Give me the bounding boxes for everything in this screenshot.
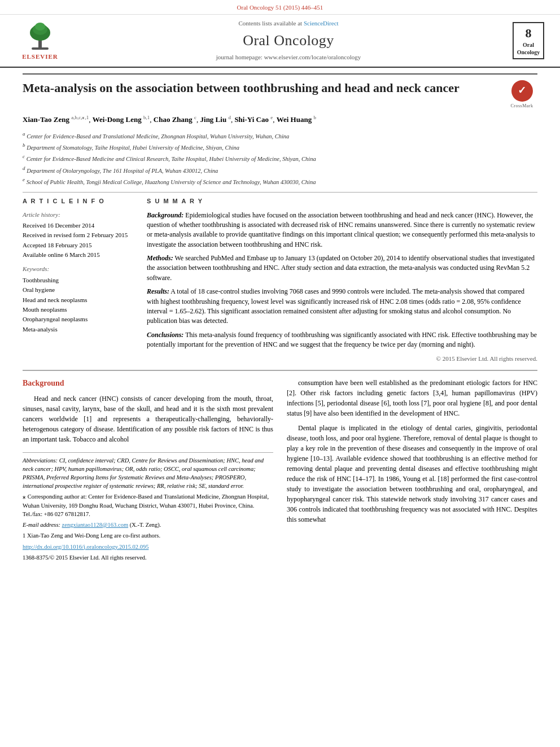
author-zeng: Xian-Tao Zeng bbox=[23, 115, 69, 124]
history-label: Article history: bbox=[23, 211, 135, 219]
divider-1 bbox=[23, 192, 537, 193]
journal-header: ELSEVIER Contents lists available at Sci… bbox=[0, 15, 560, 67]
copyright: © 2015 Elsevier Ltd. All rights reserved… bbox=[147, 355, 537, 363]
citation-bar: Oral Oncology 51 (2015) 446–451 bbox=[0, 0, 560, 15]
doi-footnote: http://dx.doi.org/10.1016/j.oraloncology… bbox=[23, 543, 273, 551]
summary-background: Background: Epidemiological studies have… bbox=[147, 211, 537, 250]
results-text: A total of 18 case-control studies invol… bbox=[147, 287, 524, 325]
background-section-title: Background bbox=[23, 378, 273, 389]
email-link[interactable]: zengxiantao1128@163.com bbox=[62, 522, 128, 528]
logo-big-number: 8 bbox=[517, 25, 540, 42]
article-info-col: A R T I C L E I N F O Article history: R… bbox=[23, 197, 135, 363]
article-info-header: A R T I C L E I N F O bbox=[23, 197, 135, 206]
body-two-col: Background Head and neck cancer (HNC) co… bbox=[23, 378, 537, 564]
svg-point-3 bbox=[35, 23, 45, 30]
journal-center: Contents lists available at ScienceDirec… bbox=[77, 19, 500, 62]
sciencedirect-link[interactable]: ScienceDirect bbox=[304, 20, 339, 27]
journal-title: Oral Oncology bbox=[77, 30, 500, 51]
crossmark-label: CrossMark bbox=[510, 103, 533, 109]
keywords-label: Keywords: bbox=[23, 265, 135, 273]
background-label: Background: bbox=[147, 211, 183, 219]
cofirst-footnote: 1 Xian-Tao Zeng and Wei-Dong Leng are co… bbox=[23, 531, 273, 540]
keyword-5: Oropharyngeal neoplasms bbox=[23, 315, 135, 324]
body-right-text: consumption have been well established a… bbox=[287, 378, 537, 525]
keyword-1: Toothbrushing bbox=[23, 276, 135, 285]
summary-methods: Methods: We searched PubMed and Embase u… bbox=[147, 254, 537, 283]
doi-link[interactable]: http://dx.doi.org/10.1016/j.oraloncology… bbox=[23, 544, 148, 550]
background-text: Epidemiological studies have focused on … bbox=[147, 211, 535, 248]
crossmark: ✓ CrossMark bbox=[506, 80, 537, 109]
author-zhang: Chao Zhang bbox=[154, 115, 193, 124]
elsevier-logo: ELSEVIER bbox=[9, 19, 71, 62]
info-summary-section: A R T I C L E I N F O Article history: R… bbox=[23, 197, 537, 363]
keyword-3: Head and neck neoplasms bbox=[23, 296, 135, 304]
affiliation-b: b Department of Stomatology, Taihe Hospi… bbox=[23, 142, 537, 152]
history-accepted: Accepted 18 February 2015 bbox=[23, 241, 135, 250]
email-footnote: E-mail address: zengxiantao1128@163.com … bbox=[23, 521, 273, 529]
affiliation-d: d Department of Otolaryngology, The 161 … bbox=[23, 165, 537, 175]
oral-oncology-logo: 8 Oral Oncology bbox=[506, 19, 551, 62]
author-liu: Jing Liu bbox=[200, 115, 227, 124]
main-divider bbox=[23, 370, 537, 371]
logo-oral: Oral bbox=[523, 42, 534, 48]
issn-footnote: 1368-8375/© 2015 Elsevier Ltd. All right… bbox=[23, 553, 273, 562]
affiliation-c: c Center for Evidence-Based Medicine and… bbox=[23, 153, 537, 163]
abbreviations-footnote: Abbreviations: CI, confidence interval; … bbox=[23, 456, 273, 491]
history-online: Available online 6 March 2015 bbox=[23, 251, 135, 259]
journal-homepage: journal homepage: www.elsevier.com/locat… bbox=[77, 53, 500, 62]
affiliations: a Center for Evidence-Based and Translat… bbox=[23, 130, 537, 186]
methods-text: We searched PubMed and Embase up to Janu… bbox=[147, 254, 535, 282]
author-huang: Wei Huang bbox=[277, 115, 312, 124]
background-body-text: Head and neck cancer (HNC) consists of c… bbox=[23, 394, 273, 444]
article-title: Meta-analysis on the association between… bbox=[23, 80, 501, 97]
conclusions-label: Conclusions: bbox=[147, 331, 183, 339]
corresponding-footnote: ⁎ Corresponding author at: Center for Ev… bbox=[23, 492, 273, 518]
logo-oncology: Oncology bbox=[517, 49, 540, 55]
elsevier-tree-icon bbox=[15, 20, 65, 51]
affiliation-a: a Center for Evidence-Based and Translat… bbox=[23, 130, 537, 141]
body-left-col: Background Head and neck cancer (HNC) co… bbox=[23, 378, 273, 564]
summary-col: S U M M A R Y Background: Epidemiologica… bbox=[147, 197, 537, 363]
elsevier-wordmark: ELSEVIER bbox=[22, 53, 58, 61]
logo-box: 8 Oral Oncology bbox=[513, 22, 545, 60]
article-title-section: Meta-analysis on the association between… bbox=[23, 73, 537, 109]
authors-line: Xian-Tao Zeng a,b,c,⁎,1, Wei-Dong Leng b… bbox=[23, 113, 537, 126]
author-leng: Wei-Dong Leng bbox=[93, 115, 142, 124]
email-label: E-mail address: bbox=[23, 522, 60, 528]
citation-text: Oral Oncology 51 (2015) 446–451 bbox=[237, 4, 323, 11]
methods-label: Methods: bbox=[147, 254, 173, 262]
footnote-section: Abbreviations: CI, confidence interval; … bbox=[23, 452, 273, 562]
affiliation-e: e School of Public Health, Tongji Medica… bbox=[23, 176, 537, 186]
svg-rect-4 bbox=[32, 47, 49, 50]
right-para1: consumption have been well established a… bbox=[287, 378, 537, 418]
background-para1: Head and neck cancer (HNC) consists of c… bbox=[23, 394, 273, 444]
summary-conclusions: Conclusions: This meta-analysis found fr… bbox=[147, 330, 537, 350]
body-right-col: consumption have been well established a… bbox=[287, 378, 537, 564]
keyword-2: Oral hygiene bbox=[23, 286, 135, 294]
right-para2: Dental plaque is implicated in the etiol… bbox=[287, 423, 537, 525]
summary-results: Results: A total of 18 case-control stud… bbox=[147, 287, 537, 326]
history-received: Received 16 December 2014 bbox=[23, 221, 135, 230]
contents-line: Contents lists available at ScienceDirec… bbox=[77, 19, 500, 28]
author-cao: Shi-Yi Cao bbox=[234, 115, 269, 124]
keyword-6: Meta-analysis bbox=[23, 325, 135, 334]
crossmark-icon: ✓ bbox=[511, 80, 533, 102]
summary-header: S U M M A R Y bbox=[147, 197, 537, 206]
results-label: Results: bbox=[147, 287, 169, 295]
article-body: Meta-analysis on the association between… bbox=[0, 68, 560, 573]
email-suffix: (X.-T. Zeng). bbox=[130, 522, 161, 528]
keyword-4: Mouth neoplasms bbox=[23, 305, 135, 314]
conclusions-text: This meta-analysis found frequency of to… bbox=[147, 331, 537, 348]
history-revised: Received in revised form 2 February 2015 bbox=[23, 231, 135, 239]
